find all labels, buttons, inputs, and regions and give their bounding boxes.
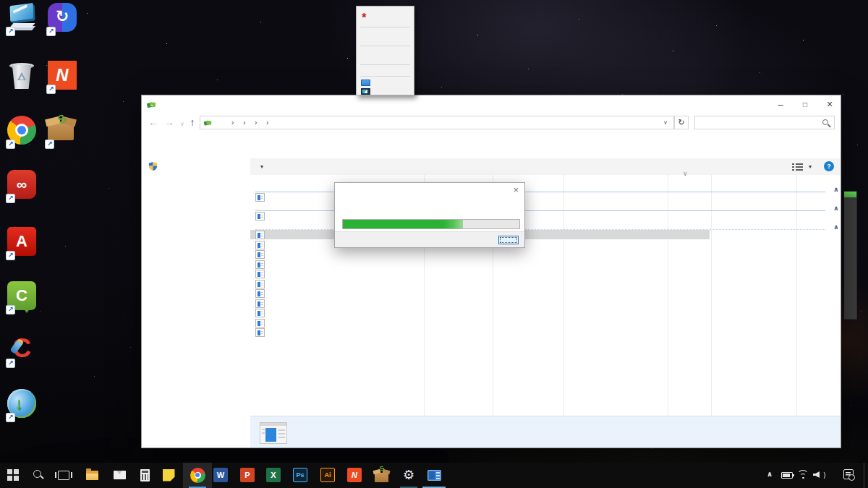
- taskbar-calculator[interactable]: [135, 465, 155, 485]
- uac-shield-icon[interactable]: [148, 161, 158, 172]
- titlebar[interactable]: – □ ×: [142, 95, 841, 114]
- program-list-row[interactable]: [255, 193, 265, 202]
- minimize-button[interactable]: –: [768, 95, 793, 114]
- taskbar-settings[interactable]: ⚙: [399, 465, 419, 485]
- dialog-action-button[interactable]: [498, 236, 519, 244]
- breadcrumb-chevron[interactable]: ›: [243, 116, 245, 129]
- program-list-row[interactable]: [255, 212, 265, 221]
- context-menu-item[interactable]: [357, 56, 414, 64]
- program-list-row-selected[interactable]: [255, 231, 265, 239]
- taskbar-search-button[interactable]: [28, 465, 48, 485]
- taskbar-file-explorer[interactable]: [82, 465, 102, 485]
- desktop-icon-nitro-pdf[interactable]: N ↗: [48, 61, 80, 93]
- show-desktop-button[interactable]: [864, 463, 864, 488]
- volume-icon[interactable]: [813, 470, 825, 479]
- menu-separator: [360, 64, 410, 65]
- up-button[interactable]: ↑: [185, 115, 200, 129]
- taskbar-nitro-pdf[interactable]: N: [344, 465, 365, 485]
- context-menu-item[interactable]: [357, 67, 414, 75]
- program-list-row[interactable]: [255, 309, 265, 317]
- program-list-row[interactable]: [255, 241, 265, 249]
- breadcrumb-chevron[interactable]: ›: [266, 116, 268, 129]
- folder-icon: [86, 471, 98, 480]
- desktop-icon-adobe-creative-cloud[interactable]: ∞ ↗: [7, 170, 39, 202]
- desktop-icon-file-transfer-app[interactable]: ↻ ↗: [48, 3, 80, 35]
- desktop-icon-adobe-acrobat[interactable]: A ↗: [7, 227, 39, 259]
- help-button[interactable]: ?: [824, 161, 834, 171]
- dialog-close-button[interactable]: ×: [513, 184, 519, 195]
- tray-expand-chevron[interactable]: ∧: [767, 470, 773, 478]
- start-button[interactable]: [3, 465, 23, 485]
- program-list-row[interactable]: [255, 289, 265, 298]
- menu-separator: [360, 76, 410, 77]
- display-settings-icon: [361, 80, 370, 86]
- address-bar[interactable]: › › › › ∨: [200, 116, 674, 129]
- progress-bar: [342, 219, 520, 229]
- green-snake-icon: S: [378, 464, 386, 473]
- desktop-icon-pc-display-app[interactable]: ↗: [7, 3, 39, 35]
- program-list-row[interactable]: [255, 319, 265, 328]
- action-center-icon[interactable]: [843, 469, 854, 479]
- shortcut-arrow-icon: ↗: [46, 85, 56, 94]
- shortcut-arrow-icon: ↗: [6, 305, 15, 314]
- task-pane: [142, 132, 250, 447]
- address-dropdown[interactable]: ∨: [663, 116, 668, 129]
- desktop-icon-package-extractor[interactable]: S ↗: [46, 116, 78, 147]
- hidden-background-window[interactable]: [844, 191, 857, 320]
- program-list-row[interactable]: [255, 299, 265, 308]
- group-collapse-chevron[interactable]: ∧: [831, 223, 841, 231]
- view-dropdown[interactable]: ▾: [809, 163, 812, 170]
- refresh-button[interactable]: ↻: [674, 116, 689, 129]
- taskbar-photoshop[interactable]: Ps: [290, 465, 310, 485]
- taskbar-sticky-notes[interactable]: [158, 465, 179, 485]
- program-list-row[interactable]: [255, 328, 265, 337]
- search-icon: [822, 119, 828, 125]
- taskbar-powerpoint[interactable]: P: [237, 465, 258, 485]
- taskbar-illustrator[interactable]: Ai: [318, 465, 338, 485]
- desktop-icon-idm[interactable]: ↓ ↗: [7, 389, 39, 421]
- maximize-button[interactable]: □: [793, 95, 817, 114]
- desktop-icon-camtasia[interactable]: C ↗: [7, 281, 39, 313]
- change-view-icon[interactable]: [792, 163, 803, 171]
- download-arrow-icon: ↓: [14, 393, 43, 414]
- search-input[interactable]: [694, 116, 835, 129]
- breadcrumb-chevron[interactable]: ›: [231, 116, 234, 129]
- wifi-icon[interactable]: [797, 470, 809, 479]
- shortcut-arrow-icon: ↗: [6, 194, 15, 203]
- taskbar-excel[interactable]: X: [263, 465, 284, 485]
- program-list-row[interactable]: [255, 260, 265, 269]
- menu-separator: [360, 46, 410, 46]
- starfield: [0, 0, 1, 1]
- graphics-settings-icon: *: [362, 11, 367, 25]
- taskbar-programs-window[interactable]: [424, 465, 444, 485]
- hidden-progress-bar: [844, 192, 856, 197]
- program-list-row[interactable]: [255, 280, 265, 288]
- app-icon: [146, 100, 156, 110]
- taskbar-package-extractor[interactable]: S: [371, 465, 391, 485]
- breadcrumb-root-icon: [203, 119, 212, 127]
- context-menu-item[interactable]: [357, 37, 414, 45]
- program-list-row[interactable]: [255, 270, 265, 278]
- word-icon: W: [213, 468, 228, 482]
- close-button[interactable]: ×: [817, 95, 842, 114]
- battery-icon[interactable]: [781, 472, 793, 479]
- taskbar-word[interactable]: W: [210, 465, 231, 485]
- taskbar-chrome[interactable]: [187, 465, 208, 485]
- command-menu-dropdown[interactable]: ▾: [260, 163, 263, 170]
- details-pane: [250, 416, 841, 448]
- powerpoint-icon: P: [240, 468, 255, 482]
- desktop-icon-recycle-bin[interactable]: [7, 62, 39, 94]
- taskbar-mail[interactable]: [109, 465, 129, 485]
- desktop-icon-google-chrome[interactable]: ↗: [7, 116, 39, 147]
- group-collapse-chevron[interactable]: ∧: [831, 186, 841, 193]
- context-menu-item[interactable]: *: [357, 9, 414, 17]
- program-list-row[interactable]: [255, 250, 265, 259]
- forward-button[interactable]: →: [162, 115, 176, 129]
- breadcrumb-chevron[interactable]: ›: [255, 116, 257, 129]
- shortcut-arrow-icon: ↗: [46, 27, 56, 36]
- task-view-button[interactable]: [54, 465, 74, 485]
- desktop-icon-ccleaner[interactable]: C ↗: [7, 335, 39, 367]
- back-button[interactable]: ←: [146, 115, 161, 129]
- sort-indicator[interactable]: ∨: [683, 170, 688, 177]
- group-collapse-chevron[interactable]: ∧: [831, 205, 841, 212]
